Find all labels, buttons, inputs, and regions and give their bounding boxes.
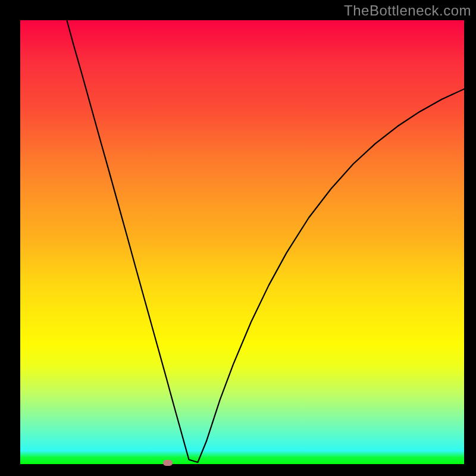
- optimum-marker: [163, 460, 173, 466]
- plot-area: [20, 20, 464, 464]
- watermark-label: TheBottleneck.com: [344, 2, 471, 19]
- bottleneck-curve: [20, 20, 464, 464]
- chart-container: TheBottleneck.com: [0, 0, 476, 476]
